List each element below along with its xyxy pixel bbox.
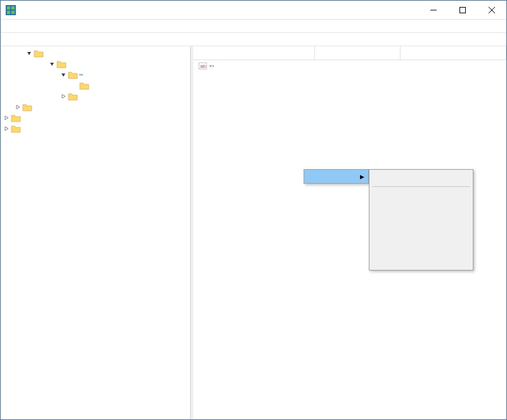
string-value-icon: ab <box>198 61 207 70</box>
tree-node-hkey-current-config[interactable] <box>2 123 190 134</box>
column-header-name[interactable] <box>193 46 315 60</box>
menu-favorites[interactable] <box>34 25 42 27</box>
chevron-down-icon[interactable] <box>25 49 34 58</box>
list-header <box>193 46 506 60</box>
chevron-right-icon[interactable] <box>13 103 22 111</box>
chevron-right-icon[interactable] <box>2 124 11 133</box>
menu-view[interactable] <box>23 25 32 27</box>
chevron-right-icon[interactable] <box>2 113 11 122</box>
folder-icon <box>34 49 44 58</box>
context-menu-item-string[interactable] <box>371 189 472 202</box>
submenu-arrow-icon: ▶ <box>360 174 364 180</box>
tree-node-policy-manager[interactable]: ▸ <box>13 80 190 91</box>
tree-node-hkey-users[interactable] <box>2 112 190 123</box>
registry-tree: ▸ <box>2 48 190 134</box>
folder-icon <box>11 124 21 133</box>
tree-node-policies[interactable] <box>2 48 190 58</box>
context-menu-item-expandstring[interactable] <box>371 255 472 269</box>
svg-rect-1 <box>7 6 10 10</box>
svg-rect-6 <box>460 7 466 13</box>
tree-pane[interactable]: ▸ <box>1 46 191 419</box>
value-name <box>210 65 214 67</box>
tree-node-microsoft[interactable] <box>13 58 190 69</box>
tree-node-windows-defender[interactable] <box>13 69 190 80</box>
titlebar <box>1 1 506 20</box>
chevron-right-icon[interactable] <box>59 92 68 101</box>
context-menu-item-binary[interactable] <box>371 202 472 215</box>
menubar <box>1 20 506 32</box>
menu-help[interactable] <box>44 25 53 27</box>
tree-node-windows-nt[interactable] <box>13 91 190 101</box>
window-controls <box>419 1 506 20</box>
menu-edit[interactable] <box>13 25 22 27</box>
minimize-button[interactable] <box>419 1 448 20</box>
context-menu-item-qword[interactable] <box>371 229 472 242</box>
folder-icon <box>68 70 78 79</box>
app-icon <box>6 5 16 15</box>
registry-editor-window: ▸ <box>0 0 507 420</box>
svg-rect-3 <box>7 11 10 14</box>
chevron-down-icon[interactable] <box>48 60 56 68</box>
tree-node-system[interactable] <box>2 101 190 112</box>
menu-file[interactable] <box>3 25 12 27</box>
context-menu[interactable]: ▶ <box>304 169 369 184</box>
body: ▸ <box>1 46 506 419</box>
folder-icon <box>11 113 21 122</box>
svg-rect-4 <box>11 11 15 14</box>
folder-icon <box>22 103 32 111</box>
folder-icon <box>68 92 78 101</box>
context-menu-item-dword[interactable] <box>371 215 472 229</box>
close-button[interactable] <box>477 1 506 20</box>
svg-rect-2 <box>11 6 15 10</box>
context-menu-item-key[interactable] <box>371 171 472 184</box>
folder-icon <box>56 60 67 68</box>
chevron-down-icon[interactable] <box>59 70 68 79</box>
context-menu-item-multistring[interactable] <box>371 242 472 255</box>
maximize-button[interactable] <box>448 1 477 20</box>
menu-separator <box>372 186 470 187</box>
value-row[interactable]: ab <box>193 60 506 72</box>
column-header-data[interactable] <box>401 46 506 60</box>
address-bar[interactable] <box>1 32 506 46</box>
column-header-type[interactable] <box>315 46 401 60</box>
folder-icon <box>79 81 89 90</box>
context-submenu-new[interactable] <box>369 169 473 270</box>
tree-label <box>79 74 83 75</box>
context-menu-item-new[interactable]: ▶ <box>304 170 368 183</box>
svg-text:ab: ab <box>200 63 206 69</box>
